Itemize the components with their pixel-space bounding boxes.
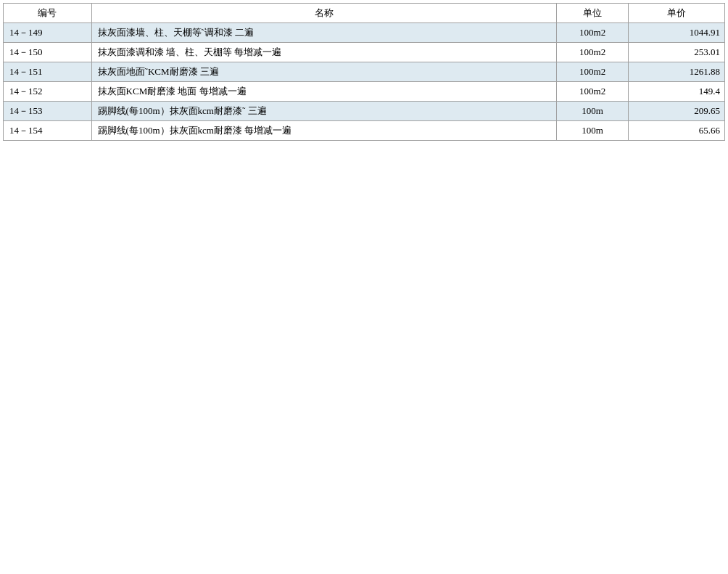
cell-code: 14－152 bbox=[4, 82, 92, 102]
cell-code: 14－154 bbox=[4, 121, 92, 141]
cell-name: 抹灰面KCM耐磨漆 地面 每增减一遍 bbox=[91, 82, 556, 102]
main-table: 编号 名称 单位 单价 14－149抹灰面漆墙、柱、天棚等˜调和漆 二遍100m… bbox=[3, 3, 725, 141]
header-unit: 单位 bbox=[556, 4, 629, 23]
cell-unit: 100m bbox=[556, 121, 629, 141]
header-code: 编号 bbox=[4, 4, 92, 23]
cell-code: 14－153 bbox=[4, 102, 92, 121]
table-row: 14－153踢脚线(每100m）抹灰面kcm耐磨漆˜ 三遍100m209.65 bbox=[4, 102, 725, 121]
table-row: 14－154踢脚线(每100m）抹灰面kcm耐磨漆 每增减一遍100m65.66 bbox=[4, 121, 725, 141]
cell-code: 14－149 bbox=[4, 23, 92, 43]
cell-code: 14－150 bbox=[4, 43, 92, 62]
cell-price: 209.65 bbox=[629, 102, 725, 121]
cell-name: 抹灰面漆调和漆 墙、柱、天棚等 每增减一遍 bbox=[91, 43, 556, 62]
header-price: 单价 bbox=[629, 4, 725, 23]
cell-name: 踢脚线(每100m）抹灰面kcm耐磨漆˜ 三遍 bbox=[91, 102, 556, 121]
cell-unit: 100m2 bbox=[556, 62, 629, 82]
header-name: 名称 bbox=[91, 4, 556, 23]
cell-name: 踢脚线(每100m）抹灰面kcm耐磨漆 每增减一遍 bbox=[91, 121, 556, 141]
cell-price: 149.4 bbox=[629, 82, 725, 102]
page-container: 编号 名称 单位 单价 14－149抹灰面漆墙、柱、天棚等˜调和漆 二遍100m… bbox=[0, 0, 728, 574]
cell-unit: 100m bbox=[556, 102, 629, 121]
cell-unit: 100m2 bbox=[556, 82, 629, 102]
cell-unit: 100m2 bbox=[556, 23, 629, 43]
cell-price: 1261.88 bbox=[629, 62, 725, 82]
cell-unit: 100m2 bbox=[556, 43, 629, 62]
cell-price: 253.01 bbox=[629, 43, 725, 62]
cell-price: 1044.91 bbox=[629, 23, 725, 43]
cell-name: 抹灰面漆墙、柱、天棚等˜调和漆 二遍 bbox=[91, 23, 556, 43]
table-row: 14－150抹灰面漆调和漆 墙、柱、天棚等 每增减一遍100m2253.01 bbox=[4, 43, 725, 62]
cell-price: 65.66 bbox=[629, 121, 725, 141]
cell-name: 抹灰面地面˜KCM耐磨漆 三遍 bbox=[91, 62, 556, 82]
cell-code: 14－151 bbox=[4, 62, 92, 82]
table-row: 14－149抹灰面漆墙、柱、天棚等˜调和漆 二遍100m21044.91 bbox=[4, 23, 725, 43]
table-row: 14－151抹灰面地面˜KCM耐磨漆 三遍100m21261.88 bbox=[4, 62, 725, 82]
table-row: 14－152抹灰面KCM耐磨漆 地面 每增减一遍100m2149.4 bbox=[4, 82, 725, 102]
